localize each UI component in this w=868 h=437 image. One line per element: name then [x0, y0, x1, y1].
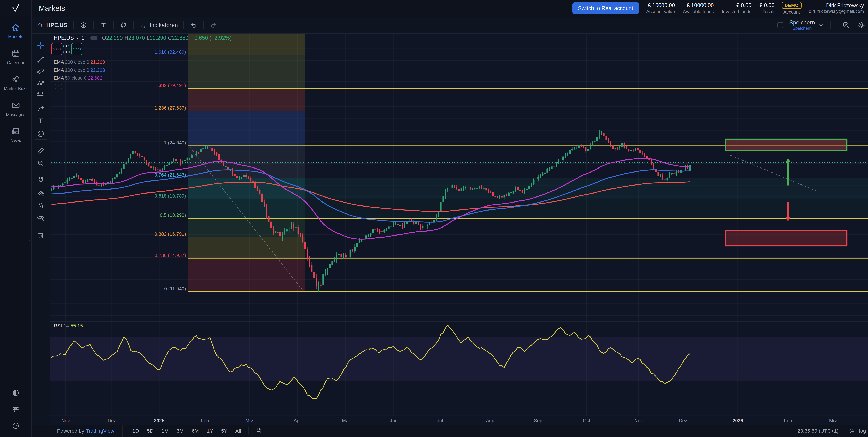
chart-toolbar: HPE.USƒxIndikatoren Speichern Speichern	[32, 17, 868, 34]
market-buzz-icon	[11, 74, 21, 84]
zoom-in-icon[interactable]	[36, 159, 45, 168]
sidebar-item-messages[interactable]: Messages	[0, 100, 31, 117]
range-5d[interactable]: 5D	[144, 427, 156, 435]
svg-text:Feb: Feb	[784, 418, 792, 423]
channel-icon[interactable]	[36, 67, 45, 75]
trendline-icon[interactable]	[36, 55, 45, 64]
indicators-button[interactable]: ƒxIndikatoren	[138, 20, 180, 30]
sliders-icon[interactable]	[11, 405, 20, 413]
prediction-icon[interactable]	[36, 90, 45, 99]
supply-zone-box[interactable]	[725, 139, 847, 151]
svg-text:0.764 (21.643): 0.764 (21.643)	[155, 172, 186, 178]
legend-visibility-toggle[interactable]	[90, 36, 97, 40]
app-logo[interactable]	[0, 0, 32, 17]
svg-text:1.618 (32.489): 1.618 (32.489)	[155, 49, 186, 55]
metric-invested-funds: € 0.00Invested funds	[722, 2, 751, 14]
legend-change: +0.650 (+2.92%)	[191, 35, 232, 41]
ema-100-legend[interactable]: EMA 100 close 0 22.298	[54, 67, 105, 73]
help-icon[interactable]: ?	[11, 422, 20, 430]
chart-area[interactable]: 34.00033.00032.00031.00030.00029.00028.0…	[50, 34, 868, 425]
save-label: Speichern	[789, 20, 815, 26]
sell-button[interactable]: 22.880	[51, 43, 62, 55]
symbol-legend[interactable]: HPE.US · 1T O22.290H23.070L22.290C22.880…	[54, 35, 231, 41]
hide-icon[interactable]	[36, 213, 45, 222]
go-to-date-icon[interactable]	[248, 427, 262, 435]
switch-to-real-account-button[interactable]: Switch to Real account	[572, 2, 639, 14]
tradingview-link[interactable]: TradingView	[86, 428, 114, 434]
svg-text:Nov: Nov	[634, 418, 643, 423]
sidebar-item-news[interactable]: News	[0, 126, 31, 143]
range-1m[interactable]: 1M	[159, 427, 172, 435]
emoji-icon[interactable]	[36, 129, 45, 138]
ema-50-legend[interactable]: EMA 50 close 0 22.682	[54, 75, 102, 81]
text-tool-icon[interactable]	[36, 117, 45, 125]
chevron-down-icon[interactable]	[818, 22, 824, 28]
lock-draw-icon[interactable]	[36, 188, 45, 197]
indicator-collapse-button[interactable]: ^	[55, 84, 62, 89]
legend-ohlc: O22.290H23.070L22.290C22.880	[100, 35, 188, 41]
bottom-bar: Powered by TradingView 1D5D1M3M6M1Y5YAll…	[32, 425, 868, 437]
pattern-icon[interactable]	[36, 79, 45, 87]
checkmark-logo-icon	[9, 3, 22, 13]
demand-zone-box[interactable]	[725, 230, 847, 246]
svg-text:Mrz: Mrz	[245, 418, 253, 423]
quick-search-icon[interactable]	[842, 21, 850, 29]
range-all[interactable]: All	[232, 427, 244, 435]
sidebar-item-markets[interactable]: Markets	[0, 23, 31, 39]
text-tool-button[interactable]	[98, 20, 109, 30]
ema-200-legend[interactable]: EMA 200 close 0 21.299	[54, 59, 105, 65]
undo-button[interactable]	[188, 20, 199, 30]
sidebar-item-calendar[interactable]: Calendar	[0, 49, 31, 66]
range-3m[interactable]: 3M	[174, 427, 187, 435]
svg-text:Okt: Okt	[583, 418, 590, 423]
user-info[interactable]: Dirk Friczewsky dirk.friczewsky@gmail.co…	[809, 2, 864, 14]
svg-text:2025: 2025	[154, 418, 164, 423]
svg-text:ƒ: ƒ	[141, 23, 143, 28]
log-scale-toggle[interactable]: log	[859, 428, 866, 434]
percent-scale-toggle[interactable]: %	[849, 428, 854, 434]
range-1d[interactable]: 1D	[129, 427, 142, 435]
rsi-legend[interactable]: RSI 14 55.15	[54, 323, 83, 329]
trash-icon[interactable]	[36, 231, 45, 240]
settings-gear-icon[interactable]	[857, 21, 866, 29]
clock[interactable]: 23:35:59 (UTC+1)	[797, 428, 839, 434]
sidebar-item-label: Market Buzz	[4, 86, 28, 91]
redo-button[interactable]	[208, 20, 220, 30]
sidebar-item-market-buzz[interactable]: Market Buzz	[0, 74, 31, 91]
redo-icon	[210, 21, 218, 29]
account-metrics: € 10000.00Account value€ 10000.00Availab…	[646, 2, 775, 14]
svg-text:Jun: Jun	[390, 418, 398, 423]
brush-icon[interactable]	[36, 104, 45, 113]
save-button[interactable]: Speichern Speichern	[789, 20, 815, 30]
add-symbol-button[interactable]	[78, 20, 89, 30]
metric-available-funds: € 10000.00Available funds	[683, 2, 714, 14]
main-chart[interactable]: 34.00033.00032.00031.00030.00029.00028.0…	[50, 34, 868, 425]
range-6m[interactable]: 6M	[189, 427, 202, 435]
sidebar-item-label: Markets	[8, 34, 24, 39]
buy-button[interactable]: 22.930	[71, 43, 82, 55]
layout-checkbox[interactable]	[777, 22, 783, 28]
range-1y[interactable]: 1Y	[204, 427, 216, 435]
user-name: Dirk Friczewsky	[826, 2, 864, 9]
chart-type-button[interactable]	[118, 20, 129, 30]
sidebar-item-label: News	[10, 138, 21, 143]
ruler-icon[interactable]	[36, 146, 45, 155]
svg-text:Dez: Dez	[107, 418, 116, 423]
lock-icon[interactable]	[36, 201, 45, 210]
contrast-icon[interactable]	[11, 388, 20, 397]
svg-text:?: ?	[14, 424, 17, 428]
symbol-search-button[interactable]: HPE.US	[35, 21, 69, 30]
range-5y[interactable]: 5Y	[218, 427, 230, 435]
powered-by: Powered by TradingView	[32, 425, 123, 437]
svg-text:Mai: Mai	[342, 418, 350, 423]
app-sidebar: MarketsCalendarMarket BuzzMessagesNews?	[0, 17, 32, 437]
demo-label: Account	[783, 9, 800, 15]
magnet-icon[interactable]	[36, 176, 45, 184]
crosshair-icon[interactable]	[36, 41, 45, 50]
sidebar-expander-icon[interactable]: ›	[28, 237, 30, 243]
svg-text:0 (11.940): 0 (11.940)	[164, 286, 186, 291]
svg-text:2026: 2026	[733, 418, 743, 423]
account-type[interactable]: DEMO Account	[782, 2, 802, 15]
svg-text:0.5 (18.290): 0.5 (18.290)	[160, 212, 186, 218]
top-header: Markets Switch to Real account € 10000.0…	[0, 0, 868, 17]
